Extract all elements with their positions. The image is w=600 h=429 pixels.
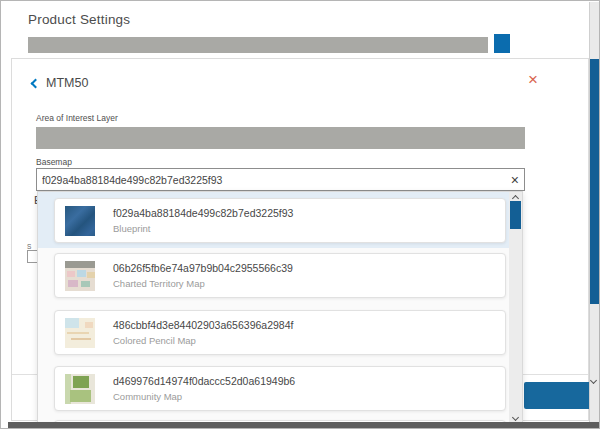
item-name: Blueprint	[113, 223, 293, 234]
panel-title: MTM50	[46, 76, 88, 90]
scroll-down-icon[interactable]	[512, 414, 519, 421]
redacted-header-bar	[28, 37, 488, 53]
dropdown-scrollbar-thumb[interactable]	[510, 201, 521, 229]
item-name: Charted Territory Map	[113, 278, 293, 289]
header-blue-square	[494, 34, 510, 53]
dropdown-scrollbar[interactable]	[509, 192, 522, 429]
footer-primary-button[interactable]	[524, 382, 591, 409]
aoi-field[interactable]	[36, 127, 525, 149]
basemap-input[interactable]	[42, 174, 511, 186]
item-name: Colored Pencil Map	[113, 335, 293, 346]
hidden-label-fragment: S	[27, 243, 31, 250]
window-scrollbar-thumb[interactable]	[590, 59, 600, 304]
list-item[interactable]: d469976d14974f0daccc52d0a61949b6 Communi…	[54, 366, 506, 411]
basemap-label: Basemap	[36, 157, 72, 167]
item-id: 06b26f5fb6e74a97b9b04c2955566c39	[113, 262, 293, 274]
list-item[interactable]: f029a4ba88184de499c82b7ed3225f93 Bluepri…	[54, 198, 506, 243]
item-id: f029a4ba88184de499c82b7ed3225f93	[113, 207, 293, 219]
aoi-label: Area of Interest Layer	[36, 113, 118, 123]
item-id: 486cbbf4d3e84402903a656396a2984f	[113, 319, 293, 331]
product-settings-window: Product Settings MTM50 × Area of Interes…	[0, 0, 600, 429]
clear-icon[interactable]: ×	[511, 173, 519, 187]
list-item[interactable]: 486cbbf4d3e84402903a656396a2984f Colored…	[54, 310, 506, 355]
item-name: Community Map	[113, 391, 295, 402]
basemap-thumbnail	[65, 374, 95, 404]
basemap-dropdown: f029a4ba88184de499c82b7ed3225f93 Bluepri…	[37, 191, 523, 429]
close-icon[interactable]: ×	[528, 71, 538, 88]
page-title: Product Settings	[28, 12, 130, 27]
list-item[interactable]: 06b26f5fb6e74a97b9b04c2955566c39 Charted…	[54, 253, 506, 298]
basemap-thumbnail	[65, 261, 95, 291]
basemap-thumbnail	[65, 206, 95, 236]
basemap-combobox[interactable]: ×	[36, 168, 525, 191]
chevron-left-icon	[31, 78, 41, 88]
basemap-thumbnail	[65, 318, 95, 348]
window-bottom-bar	[8, 422, 600, 429]
back-button[interactable]: MTM50	[32, 75, 88, 91]
item-id: d469976d14974f0daccc52d0a61949b6	[113, 375, 295, 387]
